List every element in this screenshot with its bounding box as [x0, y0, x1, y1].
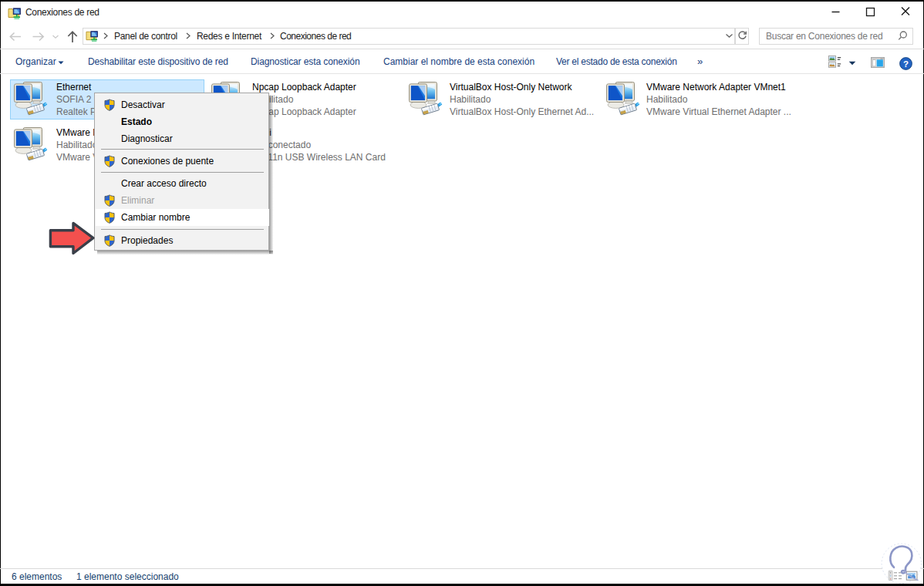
svg-text:?: ?	[902, 59, 908, 69]
